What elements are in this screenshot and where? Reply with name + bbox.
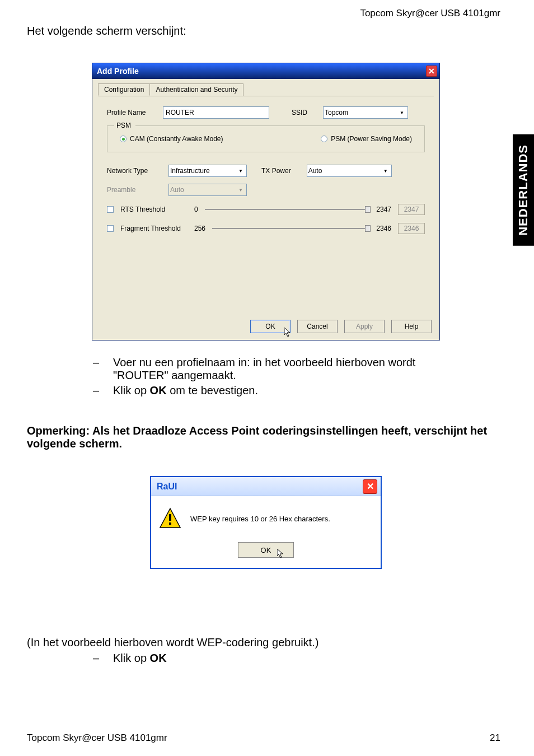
fragment-checkbox[interactable]	[107, 225, 114, 232]
fragment-value-box: 2346	[398, 223, 425, 234]
bullet-2-bold: OK	[150, 384, 167, 396]
txpower-label: TX Power	[261, 167, 291, 175]
after-bullet-bold: OK	[150, 652, 167, 664]
rts-max: 2347	[376, 206, 391, 213]
ssid-combo[interactable]: Topcom ▼	[323, 106, 408, 119]
svg-rect-2	[169, 514, 171, 521]
page-header: Topcom Skyr@cer USB 4101gmr	[360, 8, 500, 19]
txpower-combo[interactable]: Auto ▼	[307, 165, 392, 177]
psm-legend: PSM	[114, 122, 135, 129]
fragment-max: 2346	[376, 225, 391, 232]
rts-value-box: 2347	[398, 204, 425, 215]
rts-min: 0	[194, 206, 198, 213]
help-button[interactable]: Help	[391, 320, 432, 333]
raui-ok-button[interactable]: OK	[238, 542, 294, 558]
raui-message: WEP key requires 10 or 26 Hex characters…	[190, 515, 330, 523]
svg-rect-3	[169, 522, 171, 525]
chevron-down-icon: ▼	[397, 108, 406, 118]
preamble-label: Preamble	[107, 186, 168, 194]
chevron-down-icon: ▼	[236, 166, 245, 176]
note-text: Opmerking: Als het Draadloze Access Poin…	[27, 424, 500, 450]
bullet-1-line1: Voer nu een profielnaam in: in het voorb…	[113, 356, 415, 368]
rts-threshold-row: RTS Threshold 0 2347 2347	[107, 204, 425, 215]
slider-thumb-icon	[365, 206, 371, 213]
dialog-button-row: OK Cancel Apply Help	[250, 320, 432, 333]
instruction-list: – Voer nu een profielnaam in: in het voo…	[93, 356, 484, 399]
dialog-title: Add Profile	[97, 67, 139, 76]
bullet-2-suffix: om te bevestigen.	[167, 384, 258, 396]
radio-cam[interactable]: CAM (Constantly Awake Mode)	[120, 135, 223, 143]
page-number: 21	[490, 732, 500, 744]
bullet-dash: –	[93, 652, 113, 665]
fragment-label: Fragment Threshold	[120, 225, 188, 232]
rts-slider[interactable]	[205, 209, 370, 210]
txpower-value: Auto	[308, 167, 322, 175]
preamble-value: Auto	[170, 186, 184, 194]
tab-strip: Configuration Authentication and Securit…	[98, 83, 434, 96]
fragment-min: 256	[194, 225, 205, 232]
apply-button: Apply	[344, 320, 385, 333]
radio-psm[interactable]: PSM (Power Saving Mode)	[321, 135, 412, 143]
intro-text: Het volgende scherm verschijnt:	[27, 25, 186, 38]
ok-button[interactable]: OK	[250, 320, 291, 333]
network-type-label: Network Type	[107, 167, 168, 175]
raui-close-button[interactable]: ✕	[363, 479, 377, 494]
add-profile-dialog: Add Profile ✕ Configuration Authenticati…	[92, 63, 440, 340]
psm-groupbox: PSM CAM (Constantly Awake Mode) PSM (Pow…	[107, 125, 425, 152]
raui-title: RaUI	[157, 482, 177, 492]
close-button[interactable]: ✕	[426, 66, 437, 77]
cancel-button[interactable]: Cancel	[297, 320, 338, 333]
fragment-slider[interactable]	[212, 228, 369, 229]
raui-dialog: RaUI ✕ WEP key requires 10 or 26 Hex cha…	[150, 476, 382, 569]
network-type-value: Infrastructure	[170, 167, 210, 175]
profile-name-input[interactable]	[163, 106, 269, 119]
network-type-combo[interactable]: Infrastructure ▼	[168, 165, 247, 177]
bullet-1-line2: "ROUTER" aangemaakt.	[113, 369, 236, 381]
radio-psm-label: PSM (Power Saving Mode)	[331, 135, 412, 143]
radio-unchecked-icon	[321, 136, 327, 142]
rts-checkbox[interactable]	[107, 206, 114, 213]
raui-titlebar: RaUI ✕	[151, 477, 381, 496]
preamble-combo: Auto ▼	[168, 184, 247, 196]
after-bullet: – Klik op OK	[93, 652, 167, 665]
radio-checked-icon	[120, 136, 127, 142]
slider-thumb-icon	[365, 225, 371, 232]
radio-cam-label: CAM (Constantly Awake Mode)	[130, 135, 223, 143]
tab-configuration[interactable]: Configuration	[98, 83, 150, 96]
language-tab: NEDERLANDS	[513, 134, 534, 246]
chevron-down-icon: ▼	[236, 185, 245, 195]
bullet-2-prefix: Klik op	[113, 384, 150, 396]
chevron-down-icon: ▼	[381, 166, 390, 176]
bullet-dash: –	[93, 384, 113, 397]
warning-icon	[159, 507, 181, 530]
ssid-value: Topcom	[325, 109, 348, 116]
fragment-threshold-row: Fragment Threshold 256 2346 2346	[107, 223, 425, 234]
after-bullet-prefix: Klik op	[113, 652, 150, 664]
ssid-label: SSID	[292, 109, 307, 116]
profile-name-label: Profile Name	[107, 109, 163, 116]
tab-auth-security[interactable]: Authentication and Security	[149, 83, 243, 96]
bullet-dash: –	[93, 356, 113, 382]
rts-label: RTS Threshold	[120, 206, 188, 213]
footer-product: Topcom Skyr@cer USB 4101gmr	[27, 732, 167, 744]
after-note: (In het voorbeeld hierboven wordt WEP-co…	[27, 636, 318, 649]
titlebar: Add Profile ✕	[92, 63, 439, 79]
